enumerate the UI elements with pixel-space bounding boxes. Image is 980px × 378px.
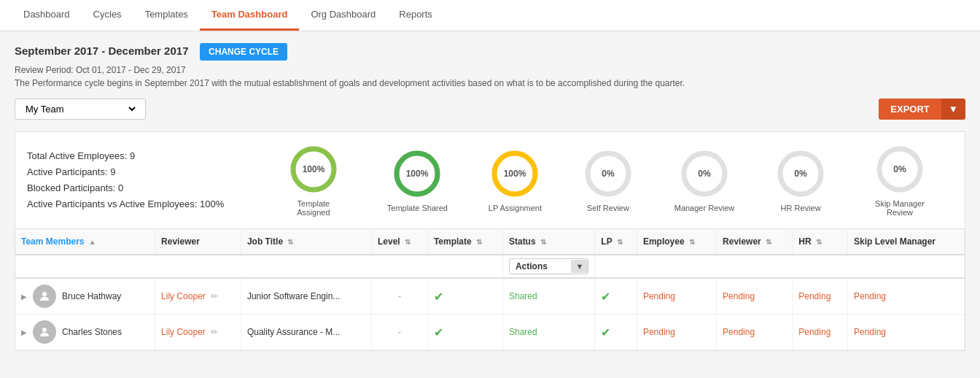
actions-dropdown[interactable]: Actions ▼	[509, 258, 588, 274]
actions-label: Actions	[510, 259, 571, 274]
reviewer-pending-charles: Pending	[723, 327, 755, 337]
active-participants: Active Participants: 9	[27, 164, 246, 180]
donut-label-pct: 0%	[698, 169, 711, 179]
reviewer-link-bruce[interactable]: Lily Cooper	[161, 291, 206, 301]
main-content: September 2017 - December 2017 CHANGE CY…	[0, 31, 980, 363]
subheader-actions-cell: Actions ▼	[502, 255, 594, 278]
member-cell-bruce: ▶ Bruce Hathway	[15, 278, 155, 315]
employee-pending-charles: Pending	[643, 327, 675, 337]
table-row: ▶ Charles Stones Lily Cooper	[15, 315, 965, 350]
th-job-title-label: Job Title	[247, 236, 283, 247]
team-table: Team Members ▲ Reviewer Job Title ⇅ Leve…	[15, 229, 965, 350]
th-skip-level-manager: Skip Level Manager	[847, 229, 964, 255]
template-check-bruce: ✔	[434, 290, 443, 303]
expand-arrow-bruce[interactable]: ▶	[21, 293, 27, 301]
lp-check-charles: ✔	[601, 326, 610, 339]
donut-chart-template-shared: 100%	[392, 148, 443, 199]
job-title-charles: Quality Assurance - M...	[241, 315, 371, 350]
reviewer-cell-charles: Lily Cooper ✏	[155, 315, 241, 350]
edit-icon-bruce[interactable]: ✏	[211, 291, 218, 301]
th-job-title[interactable]: Job Title ⇅	[241, 229, 371, 255]
sort-icon-employee: ⇅	[689, 238, 695, 246]
donut-label-pct: 100%	[303, 164, 325, 174]
job-title-bruce: Junior Software Engin...	[241, 278, 371, 315]
change-cycle-button[interactable]: CHANGE CYCLE	[200, 43, 287, 61]
subheader-empty-right	[595, 255, 965, 278]
donut-template-shared: 100% Template Shared	[387, 148, 448, 212]
review-period: Review Period: Oct 01, 2017 - Dec 29, 20…	[15, 65, 965, 75]
th-status[interactable]: Status ⇅	[502, 229, 594, 255]
team-select[interactable]: My Team	[23, 103, 138, 115]
donut-label-pct: 0%	[794, 169, 807, 179]
table-body: ▶ Bruce Hathway Lily Cooper	[15, 278, 965, 350]
stats-panel: Total Active Employees: 9 Active Partici…	[15, 131, 965, 229]
export-group: EXPORT ▼	[879, 99, 965, 120]
team-select-wrapper[interactable]: My Team	[15, 99, 146, 120]
blocked-participants: Blocked Participants: 0	[27, 180, 246, 196]
donut-chart-skip-manager: 0%	[874, 144, 925, 195]
template-bruce: ✔	[427, 278, 502, 315]
donut-chart-hr-review: 0%	[775, 148, 826, 199]
avatar-charles	[33, 320, 56, 344]
table-header-row: Team Members ▲ Reviewer Job Title ⇅ Leve…	[15, 229, 965, 255]
top-nav: Dashboard Cycles Templates Team Dashboar…	[0, 0, 980, 31]
table-subheader-row: Actions ▼	[15, 255, 965, 278]
actions-arrow-icon[interactable]: ▼	[571, 260, 588, 273]
person-icon	[38, 325, 51, 339]
cycle-header: September 2017 - December 2017 CHANGE CY…	[15, 43, 965, 61]
donut-template-assigned-label: Template Assigned	[281, 199, 346, 217]
member-name-charles: Charles Stones	[62, 327, 122, 337]
nav-item-reports[interactable]: Reports	[387, 0, 444, 31]
sort-icon-lp: ⇅	[617, 238, 623, 246]
status-shared-bruce: Shared	[509, 291, 537, 301]
th-team-members[interactable]: Team Members ▲	[15, 229, 155, 255]
donut-lp-assignment-label: LP Assignment	[489, 204, 542, 212]
th-employee[interactable]: Employee ⇅	[637, 229, 716, 255]
sort-icon-template: ⇅	[476, 238, 482, 246]
reviewer-link-charles[interactable]: Lily Cooper	[161, 327, 206, 337]
nav-item-org-dashboard[interactable]: Org Dashboard	[299, 0, 387, 31]
reviewer-cell-bruce: Lily Cooper ✏	[155, 278, 241, 315]
cycle-description: The Performance cycle begins in Septembe…	[15, 78, 965, 88]
nav-item-dashboard[interactable]: Dashboard	[12, 0, 82, 31]
th-hr[interactable]: HR ⇅	[793, 229, 848, 255]
nav-item-cycles[interactable]: Cycles	[82, 0, 133, 31]
nav-item-team-dashboard[interactable]: Team Dashboard	[200, 0, 300, 31]
donut-items: 100% Template Assigned 100% Template Sha…	[260, 144, 953, 217]
level-bruce: -	[371, 278, 427, 315]
reviewer-status-charles: Pending	[717, 315, 793, 350]
donut-chart-manager-review: 0%	[679, 148, 730, 199]
th-reviewer-label: Reviewer	[161, 236, 200, 247]
th-level[interactable]: Level ⇅	[371, 229, 427, 255]
th-lp-label: LP	[601, 236, 612, 247]
donut-label-pct: 100%	[406, 169, 429, 179]
export-dropdown-button[interactable]: ▼	[941, 99, 965, 120]
th-lp[interactable]: LP ⇅	[595, 229, 637, 255]
person-icon	[38, 290, 51, 303]
sort-icon-team-members: ▲	[89, 238, 96, 246]
th-skip-level-manager-label: Skip Level Manager	[854, 236, 936, 247]
donut-chart-self-review: 0%	[583, 148, 634, 199]
employee-charles: Pending	[637, 315, 716, 350]
svg-point-11	[42, 328, 47, 332]
expand-arrow-charles[interactable]: ▶	[21, 328, 27, 336]
member-name-bruce: Bruce Hathway	[62, 291, 121, 301]
export-button[interactable]: EXPORT	[879, 99, 941, 120]
filter-row: My Team EXPORT ▼	[15, 99, 965, 120]
donut-manager-review-label: Manager Review	[674, 204, 735, 212]
template-check-charles: ✔	[434, 326, 443, 339]
th-template[interactable]: Template ⇅	[427, 229, 502, 255]
th-reviewer-2-label: Reviewer	[723, 236, 761, 247]
lp-charles: ✔	[595, 315, 637, 350]
nav-item-templates[interactable]: Templates	[133, 0, 200, 31]
donut-skip-manager-review-label: Skip Manager Review	[867, 199, 933, 217]
th-team-members-label: Team Members	[21, 236, 84, 247]
lp-bruce: ✔	[595, 278, 637, 315]
th-reviewer-2[interactable]: Reviewer ⇅	[717, 229, 793, 255]
sort-icon-reviewer: ⇅	[766, 238, 771, 246]
stats-text: Total Active Employees: 9 Active Partici…	[27, 148, 260, 212]
skip-manager-pending-charles: Pending	[854, 327, 886, 337]
reviewer-status-bruce: Pending	[717, 278, 793, 315]
edit-icon-charles[interactable]: ✏	[211, 327, 218, 337]
cycle-title: September 2017 - December 2017	[15, 45, 188, 57]
